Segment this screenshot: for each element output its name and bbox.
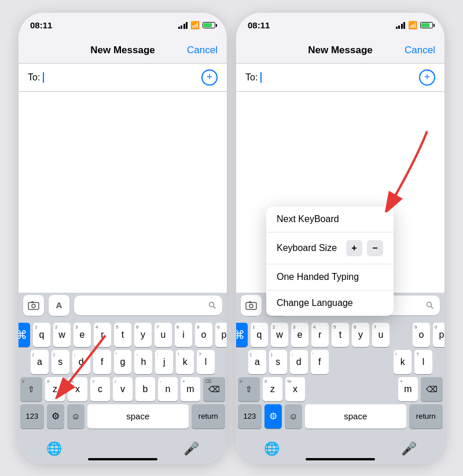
keyboard-size-item[interactable]: Keyboard Size + − bbox=[266, 233, 394, 264]
r-key-2[interactable]: 2w bbox=[271, 323, 288, 347]
key-h[interactable]: -h bbox=[134, 350, 152, 374]
shift-key-left[interactable]: #⇧ bbox=[20, 377, 42, 401]
r-delete-key[interactable]: ⌫ bbox=[421, 377, 443, 401]
r-key-z[interactable]: #z bbox=[263, 377, 282, 401]
gear-key-left[interactable]: ⚙ bbox=[47, 404, 64, 429]
mic-icon-left[interactable]: 🎤 bbox=[183, 441, 199, 456]
r-key-7[interactable]: 7u bbox=[372, 323, 389, 347]
cmd-key-left[interactable]: ⌘ bbox=[19, 323, 30, 347]
to-label-left: To: bbox=[28, 72, 40, 83]
add-recipient-button-right[interactable]: + bbox=[419, 69, 435, 86]
cmd-row-left: ⌘ 1q 2w 3e 4r 5t 6y 7u 8i 9o 0p bbox=[20, 323, 225, 347]
globe-icon-right[interactable]: 🌐 bbox=[264, 441, 280, 456]
signal-icon-right bbox=[396, 22, 406, 29]
key-5[interactable]: 5t bbox=[114, 323, 131, 347]
r-key-4[interactable]: 4r bbox=[311, 323, 329, 347]
r-key-a[interactable]: (a bbox=[248, 350, 266, 374]
keyboard-size-decrease[interactable]: − bbox=[367, 240, 383, 256]
cancel-button-right[interactable]: Cancel bbox=[405, 45, 435, 56]
status-bar-left: 08:11 📶 bbox=[19, 13, 227, 38]
change-language-item[interactable]: Change Language bbox=[266, 290, 394, 316]
numbers-key-left[interactable]: 123 bbox=[20, 404, 44, 429]
key-1[interactable]: 1q bbox=[33, 323, 50, 347]
key-7[interactable]: 7u bbox=[155, 323, 172, 347]
svg-point-1 bbox=[32, 304, 35, 308]
camera-toolbar-btn-right[interactable] bbox=[241, 295, 262, 316]
r-key-3[interactable]: 3e bbox=[291, 323, 308, 347]
message-body-left[interactable] bbox=[19, 92, 227, 293]
nav-title-left: New Message bbox=[90, 45, 155, 56]
key-l[interactable]: ?l bbox=[197, 350, 215, 374]
add-recipient-button-left[interactable]: + bbox=[201, 69, 218, 86]
next-keyboard-item[interactable]: Next KeyBoard bbox=[266, 206, 394, 233]
key-m[interactable]: +m bbox=[181, 377, 200, 401]
r-numbers-key[interactable]: 123 bbox=[238, 404, 262, 429]
key-4[interactable]: 4r bbox=[94, 323, 111, 347]
key-b[interactable]: b bbox=[135, 377, 155, 401]
key-c[interactable]: =c bbox=[90, 377, 110, 401]
a-toolbar-btn-left[interactable]: A bbox=[49, 295, 69, 316]
space-key-left[interactable]: space bbox=[87, 404, 189, 429]
key-6[interactable]: 6y bbox=[134, 323, 152, 347]
next-keyboard-label: Next KeyBoard bbox=[277, 214, 339, 224]
toolbar-search-left[interactable] bbox=[74, 296, 222, 315]
delete-key-left[interactable]: ⌫⌫ bbox=[203, 377, 225, 401]
emoji-key-left[interactable]: ☺ bbox=[67, 404, 84, 429]
key-j[interactable]: :j bbox=[155, 350, 173, 374]
cmd-key-right[interactable]: ⌘ bbox=[236, 323, 248, 347]
signal-icon-left bbox=[178, 22, 188, 29]
home-indicator-left bbox=[88, 458, 157, 460]
key-v[interactable]: /v bbox=[113, 377, 133, 401]
to-cursor-left bbox=[43, 72, 44, 83]
r-key-m[interactable]: +m bbox=[398, 377, 418, 401]
key-x[interactable]: %x bbox=[68, 377, 87, 401]
r-row3: #⇧ #z %x =c /v b -n +m ⌫ bbox=[238, 377, 443, 401]
cancel-button-left[interactable]: Cancel bbox=[187, 45, 218, 56]
key-2[interactable]: 2w bbox=[53, 323, 71, 347]
return-key-left[interactable]: return bbox=[192, 404, 225, 429]
key-a[interactable]: (a bbox=[31, 350, 49, 374]
right-phone: 08:11 📶 New Message Cancel To: + bbox=[236, 13, 444, 464]
mic-icon-right[interactable]: 🎤 bbox=[401, 441, 417, 456]
r-key-6[interactable]: 6y bbox=[352, 323, 369, 347]
r-key-k[interactable]: !k bbox=[394, 350, 411, 374]
row4-left: 123 ⚙ ☺ space return bbox=[20, 404, 225, 429]
wifi-icon-left: 📶 bbox=[190, 21, 200, 29]
nav-title-right: New Message bbox=[308, 45, 373, 56]
svg-rect-0 bbox=[28, 302, 39, 309]
key-g[interactable]: "g bbox=[114, 350, 132, 374]
r-key-9[interactable]: 9o bbox=[413, 323, 430, 347]
key-9[interactable]: 9o bbox=[195, 323, 212, 347]
camera-toolbar-btn-left[interactable] bbox=[23, 295, 44, 316]
globe-icon-left[interactable]: 🌐 bbox=[46, 441, 62, 456]
key-0[interactable]: 0p bbox=[215, 323, 227, 347]
r-key-l[interactable]: ?l bbox=[414, 350, 432, 374]
r-key-0[interactable]: 0p bbox=[433, 323, 444, 347]
key-z[interactable]: #z bbox=[45, 377, 65, 401]
key-f[interactable]: 'f bbox=[93, 350, 111, 374]
one-handed-typing-item[interactable]: One Handed Typing bbox=[266, 264, 394, 290]
key-s[interactable]: )s bbox=[52, 350, 69, 374]
keyboard-size-actions: + − bbox=[346, 240, 383, 256]
status-time-right: 08:11 bbox=[248, 20, 270, 30]
key-d[interactable]: ;d bbox=[72, 350, 90, 374]
r-key-d[interactable]: ;d bbox=[290, 350, 308, 374]
r-key-f[interactable]: 'f bbox=[311, 350, 329, 374]
key-3[interactable]: 3e bbox=[74, 323, 91, 347]
one-handed-typing-label: One Handed Typing bbox=[277, 272, 359, 282]
r-space-key[interactable]: space bbox=[305, 404, 406, 429]
keyboard-toolbar-left: A bbox=[19, 293, 227, 318]
r-key-1[interactable]: 1q bbox=[251, 323, 268, 347]
keyboard-size-increase[interactable]: + bbox=[346, 240, 362, 256]
key-8[interactable]: 8i bbox=[175, 323, 192, 347]
r-key-s[interactable]: )s bbox=[269, 350, 287, 374]
key-k[interactable]: !k bbox=[176, 350, 194, 374]
r-shift-key[interactable]: #⇧ bbox=[238, 377, 260, 401]
r-return-key[interactable]: return bbox=[409, 404, 443, 429]
r-emoji-key[interactable]: ☺ bbox=[285, 404, 302, 429]
r-key-5[interactable]: 5t bbox=[332, 323, 349, 347]
key-n[interactable]: -n bbox=[158, 377, 178, 401]
keyboard-area-left: ⌘ 1q 2w 3e 4r 5t 6y 7u 8i 9o 0p (a )s ;d… bbox=[19, 318, 227, 434]
r-key-x[interactable]: %x bbox=[285, 377, 305, 401]
r-gear-key[interactable]: ⚙ bbox=[264, 404, 282, 429]
